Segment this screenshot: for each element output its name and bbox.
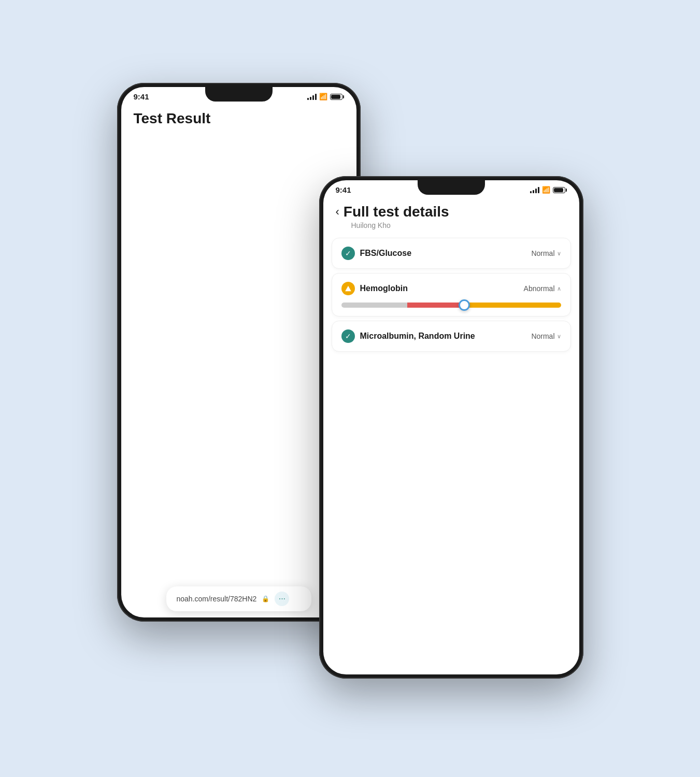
hemoglobin-status-icon: !	[341, 282, 355, 295]
test-item-fbs[interactable]: ✓ FBS/Glucose Normal ∨	[332, 238, 571, 269]
hemoglobin-slider-area	[341, 303, 561, 308]
phone1-battery	[330, 94, 344, 100]
test-item-hemoglobin-row: ! Hemoglobin Abnormal ∧	[341, 282, 561, 295]
phone1-wifi-icon: 📶	[319, 93, 327, 100]
phone2-status-icons: 📶	[530, 186, 567, 194]
microalbumin-result: Normal ∨	[531, 332, 561, 340]
phone1-notch	[205, 87, 273, 102]
fbs-test-name: FBS/Glucose	[360, 249, 412, 258]
test-list: ✓ FBS/Glucose Normal ∨	[323, 234, 579, 674]
test-item-hemoglobin[interactable]: ! Hemoglobin Abnormal ∧	[332, 273, 571, 316]
phone1-status-icons: 📶	[307, 93, 344, 100]
phone2-header: ‹ Full test details Huilong Kho	[323, 197, 579, 234]
phone2-patient-name: Huilong Kho	[336, 221, 567, 229]
test-item-hemoglobin-left: ! Hemoglobin	[341, 282, 408, 295]
lock-icon: 🔒	[262, 595, 269, 602]
fbs-chevron-icon: ∨	[557, 250, 561, 257]
microalbumin-chevron-icon: ∨	[557, 333, 561, 340]
phone2-battery	[553, 187, 567, 193]
phone-2: 9:41 📶 ‹	[319, 176, 583, 679]
hemoglobin-test-name: Hemoglobin	[360, 284, 408, 293]
microalbumin-test-name: Microalbumin, Random Urine	[360, 332, 475, 341]
phone1-time: 9:41	[134, 92, 149, 101]
test-item-fbs-row: ✓ FBS/Glucose Normal ∨	[341, 247, 561, 260]
hemoglobin-result: Abnormal ∧	[524, 284, 561, 293]
phone1-signal	[307, 94, 317, 100]
phone2-wifi-icon: 📶	[542, 186, 550, 194]
hemoglobin-chevron-icon: ∧	[557, 285, 561, 292]
phone2-time: 9:41	[336, 185, 351, 194]
test-item-microalbumin-left: ✓ Microalbumin, Random Urine	[341, 329, 475, 343]
phone2-notch	[418, 180, 485, 195]
test-item-fbs-left: ✓ FBS/Glucose	[341, 247, 412, 260]
microalbumin-status-icon: ✓	[341, 329, 355, 343]
more-options-button[interactable]: ···	[275, 592, 289, 606]
test-item-microalbumin[interactable]: ✓ Microalbumin, Random Urine Normal ∨	[332, 321, 571, 352]
url-bar: noah.com/result/782HN2 🔒 ···	[166, 586, 311, 611]
back-row: ‹ Full test details	[336, 204, 567, 220]
hemoglobin-slider-track	[341, 303, 561, 308]
phone2-signal	[530, 187, 539, 193]
hemoglobin-slider-thumb[interactable]	[459, 299, 470, 311]
url-text: noah.com/result/782HN2	[177, 595, 257, 603]
back-icon[interactable]: ‹	[336, 205, 339, 219]
phone2-page-title: Full test details	[344, 204, 449, 220]
test-item-microalbumin-row: ✓ Microalbumin, Random Urine Normal ∨	[341, 329, 561, 343]
svg-text:!: !	[348, 288, 349, 291]
fbs-result: Normal ∨	[531, 249, 561, 257]
fbs-status-icon: ✓	[341, 247, 355, 260]
